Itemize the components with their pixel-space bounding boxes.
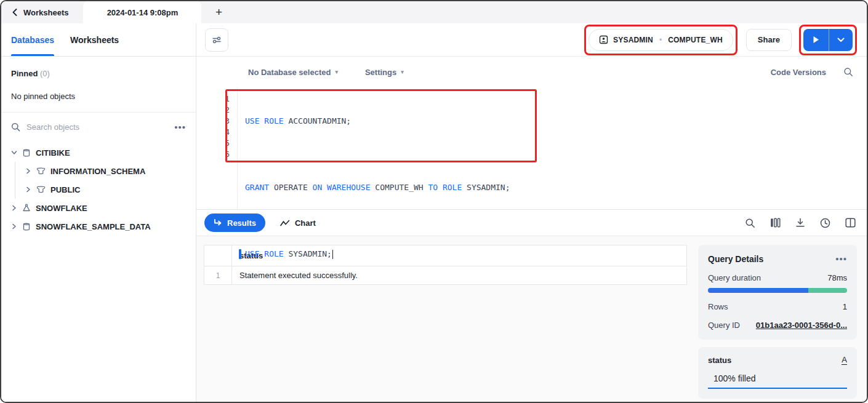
results-actions <box>745 218 856 228</box>
query-details-more-button[interactable]: ••• <box>835 253 847 264</box>
code-versions-button[interactable]: Code Versions <box>771 68 826 77</box>
editor-search-button[interactable] <box>843 67 853 77</box>
settings-dropdown[interactable]: Settings ▾ <box>365 68 404 77</box>
sidebar-tabs: Databases Worksheets <box>1 23 196 57</box>
code-line-6[interactable] <box>245 282 510 293</box>
run-annotation-box <box>799 25 857 55</box>
back-to-worksheets[interactable]: Worksheets <box>1 1 83 23</box>
new-worksheet-button[interactable]: + <box>201 1 236 23</box>
run-options-button[interactable] <box>829 29 853 51</box>
query-history-button[interactable] <box>820 218 830 228</box>
code-line-2[interactable] <box>245 149 510 160</box>
sql-keyword: GRANT <box>245 182 269 193</box>
query-id-label: Query ID <box>708 321 740 330</box>
row-index: 1 <box>204 266 232 285</box>
query-duration-row: Query duration 78ms <box>708 273 847 282</box>
database-selector-dropdown[interactable]: No Database selected ▾ <box>248 68 338 77</box>
tree-item-label: CITIBIKE <box>36 148 70 158</box>
search-objects-input[interactable] <box>26 122 168 132</box>
code-lines[interactable]: USE ROLE ACCOUNTADMIN; GRANT OPERATE ON … <box>238 87 510 209</box>
run-split-button <box>803 29 853 51</box>
split-panel-button[interactable] <box>845 218 856 228</box>
schema-icon <box>36 186 46 193</box>
snowsight-window: Worksheets 2024-01-14 9:08pm + Databases… <box>0 0 868 403</box>
code-line-5[interactable]: USE ROLE SYSADMIN; <box>245 249 510 260</box>
chevron-right-icon[interactable] <box>25 168 31 174</box>
sql-text: OPERATE <box>269 182 312 193</box>
play-icon <box>813 36 819 44</box>
rows-row: Rows 1 <box>708 302 847 311</box>
download-icon <box>795 218 805 228</box>
line-number-gutter: 1 2 3 4 5 6 <box>196 87 238 209</box>
code-line-4[interactable] <box>245 215 510 226</box>
editor-context-bar: No Database selected ▾ Settings ▾ Code V… <box>196 57 867 87</box>
duration-execution-segment <box>708 288 808 293</box>
tree-item-snowflake[interactable]: SNOWFLAKE <box>1 199 196 217</box>
pinned-count: (0) <box>40 69 50 78</box>
search-more-button[interactable]: ••• <box>174 122 186 132</box>
duration-compilation-segment <box>808 288 847 293</box>
tree-item-label: INFORMATION_SCHEMA <box>50 167 145 176</box>
code-line-3[interactable]: GRANT OPERATE ON WAREHOUSE COMPUTE_WH TO… <box>245 182 510 193</box>
tree-item-citibike[interactable]: CITIBIKE <box>1 143 196 162</box>
line-number: 2 <box>196 105 230 116</box>
worksheet-main: SYSADMIN • COMPUTE_WH Share <box>196 23 867 402</box>
text-type-indicator: A <box>842 356 847 365</box>
sql-text: COMPUTE_WH <box>371 182 428 193</box>
run-button[interactable] <box>803 29 829 51</box>
query-details-card: Query Details ••• Query duration 78ms <box>698 245 857 340</box>
sql-editor[interactable]: 1 2 3 4 5 6 USE ROLE ACCOUNTADMIN; GRANT… <box>196 87 867 209</box>
citibike-children: INFORMATION_SCHEMA PUBLIC <box>15 162 196 199</box>
tree-item-information-schema[interactable]: INFORMATION_SCHEMA <box>15 162 196 180</box>
tab-databases[interactable]: Databases <box>11 23 54 56</box>
search-results-button[interactable] <box>745 218 755 228</box>
clock-icon <box>820 218 830 228</box>
status-column-card: status A 100% filled <box>698 347 857 399</box>
tree-item-label: SNOWFLAKE <box>36 204 87 213</box>
pinned-section: Pinned (0) No pinned objects <box>1 57 196 113</box>
chevron-left-icon <box>12 9 17 16</box>
context-separator-dot: • <box>659 36 662 44</box>
columns-button[interactable] <box>770 218 781 228</box>
tab-worksheet-active[interactable]: 2024-01-14 9:08pm <box>83 1 201 23</box>
return-arrow-icon <box>214 219 222 226</box>
sql-text: ACCOUNTADMIN; <box>284 116 352 127</box>
chevron-down-icon: ▾ <box>335 69 338 75</box>
download-results-button[interactable] <box>795 218 805 228</box>
role-warehouse-selector[interactable]: SYSADMIN • COMPUTE_WH <box>589 29 733 51</box>
worksheet-options-button[interactable] <box>205 28 228 52</box>
chevron-down-icon <box>837 38 845 42</box>
search-icon <box>11 122 20 132</box>
tree-item-label: PUBLIC <box>50 185 80 194</box>
line-number: 5 <box>196 138 230 149</box>
tree-item-public[interactable]: PUBLIC <box>15 180 196 199</box>
worksheet-tab-bar: Worksheets 2024-01-14 9:08pm + <box>1 1 867 23</box>
database-icon <box>22 222 31 231</box>
tree-item-snowflake-sample-data[interactable]: SNOWFLAKE_SAMPLE_DATA <box>1 217 196 236</box>
line-number: 3 <box>196 116 230 127</box>
chevron-down-icon[interactable] <box>11 150 17 156</box>
pinned-title: Pinned (0) <box>11 69 186 78</box>
query-duration-label: Query duration <box>708 273 761 282</box>
context-role: SYSADMIN <box>613 36 653 44</box>
chevron-down-icon: ▾ <box>401 69 404 75</box>
query-id-row: Query ID 01b1aa23-0001-356d-0... <box>708 321 847 330</box>
share-button[interactable]: Share <box>746 29 792 51</box>
pinned-empty-text: No pinned objects <box>11 92 186 101</box>
database-icon <box>22 148 31 158</box>
chevron-right-icon[interactable] <box>25 186 31 193</box>
query-details-title: Query Details <box>708 254 763 264</box>
text-cursor <box>332 250 333 259</box>
rows-value: 1 <box>843 302 847 311</box>
object-search-row: ••• <box>1 113 196 141</box>
schema-icon <box>36 167 46 175</box>
line-number: 6 <box>196 149 230 160</box>
sql-keyword: TO ROLE <box>428 182 462 193</box>
code-line-1[interactable]: USE ROLE ACCOUNTADMIN; <box>245 116 510 127</box>
search-icon <box>843 67 853 77</box>
row-index-header <box>204 245 232 266</box>
chevron-right-icon[interactable] <box>11 205 17 211</box>
tab-worksheets[interactable]: Worksheets <box>70 23 119 56</box>
query-id-link[interactable]: 01b1aa23-0001-356d-0... <box>756 321 847 330</box>
chevron-right-icon[interactable] <box>11 223 17 229</box>
